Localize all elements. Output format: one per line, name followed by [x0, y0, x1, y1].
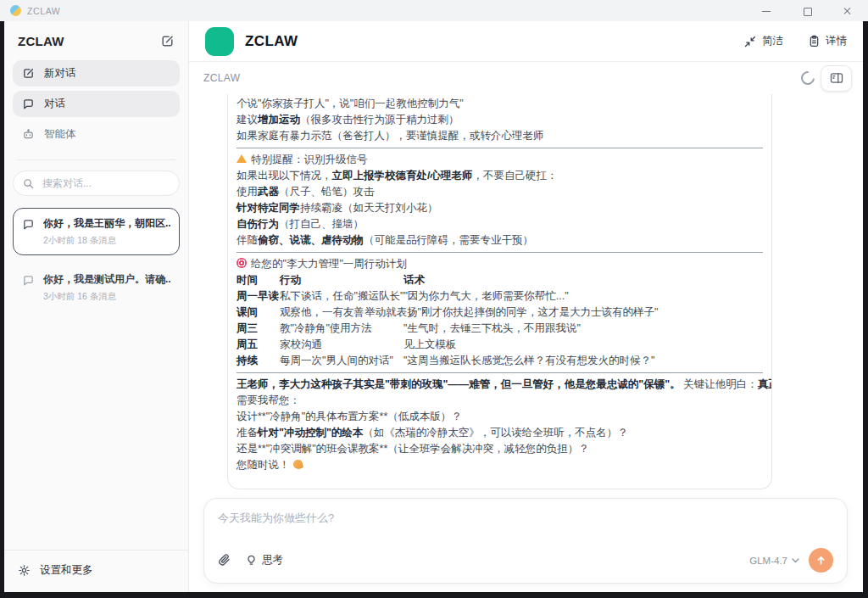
new-chat-compose-icon[interactable] [160, 34, 175, 48]
window-titlebar: ZCLAW [0, 0, 868, 21]
sidebar-title: ZCLAW [18, 34, 64, 48]
sidebar-nav: 新对话对话智能体 [4, 59, 188, 149]
message-paragraph: 还是**"冲突调解"的班会课教案**（让全班学会解决冲突，减轻您的负担）？ [236, 441, 763, 457]
collapse-icon [744, 36, 756, 48]
sidebar-item-new-chat[interactable]: 新对话 [13, 60, 180, 87]
think-label: 思考 [262, 553, 283, 567]
brand: ZCLAW [205, 27, 298, 56]
conversation-item[interactable]: 你好，我是王丽华，朝阳区...2小时前 18 条消息 [13, 208, 180, 255]
message-input[interactable] [218, 511, 833, 524]
message-paragraph: 自伤行为（打自己、撞墙） [236, 216, 763, 232]
loading-ring-icon [798, 69, 818, 88]
chat-subheader: ZCLAW [189, 62, 863, 94]
chat-icon [22, 98, 35, 110]
message-paragraph: 特别提醒：识别升级信号 [236, 152, 763, 168]
minimize-button[interactable] [761, 6, 771, 16]
message-paragraph: 给您的"李大力管理"一周行动计划 [236, 256, 763, 272]
message-paragraph: 如果出现以下情况，立即上报学校德育处/心理老师，不要自己硬扛： [236, 168, 763, 184]
message-divider [236, 148, 763, 148]
message-paragraph: 准备针对"冲动控制"的绘本（如《杰瑞的冷静太空》，可以读给全班听，不点名）？ [236, 425, 763, 441]
conversation-meta: 2小时前 18 条消息 [43, 235, 170, 247]
message-paragraph: 王老师，李大力这种孩子其实是"带刺的玫瑰"——难管，但一旦管好，他是您最忠诚的"… [236, 377, 763, 393]
muscle-emoji [292, 459, 303, 470]
conversation-list: 你好，我是王丽华，朝阳区...2小时前 18 条消息你好，我是测试用户。请确..… [4, 198, 188, 311]
close-button[interactable] [843, 6, 853, 16]
compact-view-button[interactable]: 简洁 [744, 34, 783, 48]
app-logo-icon [10, 5, 21, 16]
model-selector[interactable]: GLM-4.7 [749, 556, 799, 566]
warning-emoji [236, 154, 247, 163]
main-header: ZCLAW 简洁详情 [189, 21, 863, 62]
toggle-panel-button[interactable] [821, 65, 852, 92]
brand-logo-icon [205, 27, 234, 56]
assistant-message-card: 个说"你家孩子打人"，说"咱们一起教他控制力气"建议增加运动（很多攻击性行为源于… [227, 94, 772, 489]
header-actions: 简洁详情 [744, 34, 847, 48]
model-label: GLM-4.7 [749, 556, 787, 566]
compose-icon [22, 67, 35, 80]
sidebar-item-label: 智能体 [44, 127, 76, 142]
settings-label: 设置和更多 [40, 563, 93, 578]
search-box [13, 170, 180, 196]
conversation-title: 你好，我是王丽华，朝阳区... [43, 216, 170, 231]
main-panel: ZCLAW 简洁详情 ZCLAW 个说"你家孩子打人"，说"咱们一起教他控制力气… [189, 21, 863, 592]
gear-icon [18, 564, 31, 577]
message-divider [236, 372, 763, 373]
composer: 思考 GLM-4.7 [203, 498, 848, 584]
assistant-message-body: 个说"你家孩子打人"，说"咱们一起教他控制力气"建议增加运动（很多攻击性行为源于… [236, 96, 763, 473]
message-table-row: 周五家校沟通见上文模板 [236, 337, 763, 353]
window-title: ZCLAW [27, 6, 60, 16]
message-table-header: 时间行动话术 [236, 272, 763, 288]
settings-item[interactable]: 设置和更多 [4, 550, 188, 592]
window-controls [761, 6, 858, 16]
message-paragraph: 个说"你家孩子打人"，说"咱们一起教他控制力气" [236, 96, 763, 112]
sidebar: ZCLAW 新对话对话智能体 你好，我是王丽华，朝阳区...2小时前 18 条消… [4, 21, 189, 592]
brand-name: ZCLAW [245, 33, 298, 50]
message-paragraph: 针对特定同学持续霸凌（如天天打刘小花） [236, 200, 763, 216]
lightbulb-icon [246, 555, 257, 567]
chat-scroll-area[interactable]: 个说"你家孩子打人"，说"咱们一起教他控制力气"建议增加运动（很多攻击性行为源于… [189, 94, 863, 493]
sidebar-item-label: 对话 [44, 97, 65, 111]
target-emoji [236, 258, 247, 268]
message-paragraph: 如果家庭有暴力示范（爸爸打人），要谨慎提醒，或转介心理老师 [236, 128, 763, 144]
sidebar-item-agents[interactable]: 智能体 [13, 121, 180, 148]
header-action-label: 详情 [826, 34, 847, 48]
subheader-controls [801, 65, 852, 92]
agent-label: ZCLAW [203, 72, 241, 84]
message-divider [236, 252, 763, 253]
message-table-row: 周三教"冷静角"使用方法"生气时，去锤三下枕头，不用跟我说" [236, 321, 763, 337]
message-table-row: 周一早读私下谈话，任命"搬运队长""因为你力气大，老师需要你帮忙..." [236, 288, 763, 305]
robot-icon [22, 128, 35, 141]
conversation-meta: 3小时前 16 条消息 [43, 291, 170, 303]
detail-view-button[interactable]: 详情 [809, 34, 847, 48]
chat-bubble-icon [22, 218, 35, 231]
chat-bubble-icon [22, 274, 35, 287]
conversation-title: 你好，我是测试用户。请确... [43, 272, 170, 287]
conversation-item[interactable]: 你好，我是测试用户。请确...3小时前 16 条消息 [13, 264, 180, 311]
message-paragraph: 伴随偷窃、说谎、虐待动物（可能是品行障碍，需要专业干预） [236, 232, 763, 249]
sidebar-header: ZCLAW [4, 21, 188, 59]
clipboard-icon [809, 35, 820, 48]
attachment-icon[interactable] [218, 553, 231, 567]
maximize-button[interactable] [802, 6, 812, 16]
sidebar-divider [17, 159, 175, 160]
composer-toolbar: 思考 GLM-4.7 [218, 548, 833, 573]
message-table-row: 持续每周一次"男人间的对话""这周当搬运队长感觉怎么样？有没有想发火的时候？" [236, 353, 763, 369]
chevron-down-icon [792, 558, 799, 563]
sidebar-item-chats[interactable]: 对话 [13, 91, 180, 117]
search-icon [23, 178, 34, 189]
message-paragraph: 需要我帮您： [236, 393, 763, 409]
message-paragraph: 使用武器（尺子、铅笔）攻击 [236, 184, 763, 200]
sidebar-item-label: 新对话 [44, 66, 76, 81]
header-action-label: 简洁 [762, 34, 783, 48]
search-input[interactable] [41, 176, 170, 190]
message-paragraph: 您随时说！ [236, 457, 763, 473]
message-paragraph: 建议增加运动（很多攻击性行为源于精力过剩） [236, 112, 763, 128]
think-toggle[interactable]: 思考 [246, 553, 283, 567]
send-button[interactable] [809, 548, 833, 573]
message-table-row: 课间观察他，一有友善举动就表扬"刚才你扶起摔倒的同学，这才是大力士该有的样子" [236, 305, 763, 321]
message-paragraph: 设计**"冷静角"的具体布置方案**（低成本版）？ [236, 409, 763, 425]
app-window: ZCLAW 新对话对话智能体 你好，我是王丽华，朝阳区...2小时前 18 条消… [4, 21, 863, 592]
